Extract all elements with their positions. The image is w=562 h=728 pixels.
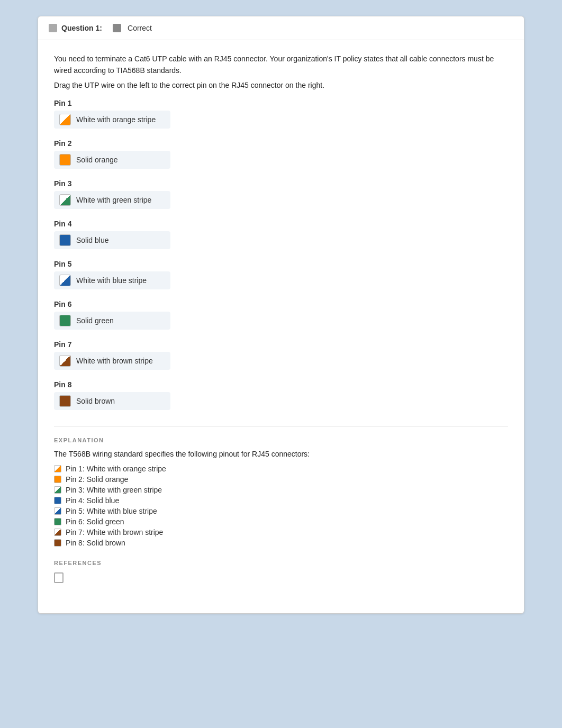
wire-swatch-2 [59, 154, 71, 166]
instruction-text-1: You need to terminate a Cat6 UTP cable w… [54, 53, 508, 77]
references-section: REFERENCES [54, 560, 508, 585]
explanation-item-6: Pin 6: Solid green [54, 517, 508, 526]
wire-swatch-7 [59, 355, 71, 367]
explanation-item-3: Pin 3: White with green stripe [54, 486, 508, 494]
wire-swatch-8 [59, 395, 71, 407]
pin-label-6: Pin 6 [54, 300, 508, 308]
divider [54, 426, 508, 426]
pin-label-8: Pin 8 [54, 380, 508, 389]
pin-section-8: Pin 8Solid brown [54, 380, 508, 410]
mini-swatch-5 [54, 507, 61, 515]
explanation-item-2: Pin 2: Solid orange [54, 475, 508, 484]
pin-wire-5[interactable]: White with blue stripe [54, 271, 170, 289]
pin-section-5: Pin 5White with blue stripe [54, 260, 508, 289]
correct-label: Correct [128, 24, 152, 32]
reference-icon [54, 572, 64, 583]
explanation-item-text-2: Pin 2: Solid orange [66, 475, 128, 484]
pin-wire-7[interactable]: White with brown stripe [54, 352, 170, 370]
question-header: Question 1: Correct [38, 16, 524, 40]
pin-section-1: Pin 1White with orange stripe [54, 99, 508, 129]
mini-swatch-8 [54, 539, 61, 547]
explanation-header: EXPLANATION [54, 437, 508, 443]
mini-swatch-6 [54, 518, 61, 525]
pin-label-1: Pin 1 [54, 99, 508, 107]
wire-label-2: Solid orange [76, 156, 118, 164]
wire-label-8: Solid brown [76, 397, 115, 405]
wire-label-5: White with blue stripe [76, 276, 147, 285]
mini-swatch-1 [54, 465, 61, 472]
pin-section-2: Pin 2Solid orange [54, 139, 508, 169]
references-header: REFERENCES [54, 560, 508, 566]
pin-wire-1[interactable]: White with orange stripe [54, 111, 170, 129]
pin-section-6: Pin 6Solid green [54, 300, 508, 330]
drag-instruction: Drag the UTP wire on the left to the cor… [54, 81, 508, 89]
explanation-item-text-5: Pin 5: White with blue stripe [66, 507, 157, 515]
pin-wire-4[interactable]: Solid blue [54, 231, 170, 249]
correct-icon [113, 24, 121, 32]
pins-container: Pin 1White with orange stripePin 2Solid … [54, 99, 508, 410]
wire-swatch-1 [59, 114, 71, 125]
explanation-item-7: Pin 7: White with brown stripe [54, 528, 508, 536]
pin-section-4: Pin 4Solid blue [54, 220, 508, 249]
explanation-item-8: Pin 8: Solid brown [54, 539, 508, 547]
wire-swatch-4 [59, 234, 71, 246]
question-card: Question 1: Correct You need to terminat… [38, 16, 524, 614]
pin-label-5: Pin 5 [54, 260, 508, 268]
wire-swatch-5 [59, 275, 71, 286]
pin-label-2: Pin 2 [54, 139, 508, 148]
explanation-text: The T568B wiring standard specifies the … [54, 450, 508, 458]
main-content: You need to terminate a Cat6 UTP cable w… [38, 40, 524, 597]
explanation-item-text-6: Pin 6: Solid green [66, 517, 124, 526]
pin-label-4: Pin 4 [54, 220, 508, 228]
wire-swatch-3 [59, 194, 71, 206]
pin-section-3: Pin 3White with green stripe [54, 179, 508, 209]
explanation-item-text-3: Pin 3: White with green stripe [66, 486, 162, 494]
explanation-item-text-4: Pin 4: Solid blue [66, 496, 119, 505]
pin-section-7: Pin 7White with brown stripe [54, 340, 508, 370]
explanation-item-text-8: Pin 8: Solid brown [66, 539, 125, 547]
mini-swatch-2 [54, 476, 61, 483]
pin-label-7: Pin 7 [54, 340, 508, 349]
explanation-item-5: Pin 5: White with blue stripe [54, 507, 508, 515]
pin-wire-2[interactable]: Solid orange [54, 151, 170, 169]
explanation-item-4: Pin 4: Solid blue [54, 496, 508, 505]
wire-label-6: Solid green [76, 316, 114, 325]
pin-wire-6[interactable]: Solid green [54, 312, 170, 330]
mini-swatch-7 [54, 529, 61, 536]
wire-label-4: Solid blue [76, 236, 109, 244]
wire-label-7: White with brown stripe [76, 357, 153, 365]
explanation-item-text-7: Pin 7: White with brown stripe [66, 528, 163, 536]
explanation-section: EXPLANATION The T568B wiring standard sp… [54, 437, 508, 547]
wire-swatch-6 [59, 315, 71, 326]
mini-swatch-4 [54, 497, 61, 504]
mini-swatch-3 [54, 486, 61, 494]
question-icon [49, 24, 57, 32]
explanation-list: Pin 1: White with orange stripePin 2: So… [54, 465, 508, 547]
explanation-item-1: Pin 1: White with orange stripe [54, 465, 508, 473]
explanation-item-text-1: Pin 1: White with orange stripe [66, 465, 166, 473]
wire-label-1: White with orange stripe [76, 115, 156, 124]
wire-label-3: White with green stripe [76, 196, 151, 204]
pin-wire-8[interactable]: Solid brown [54, 392, 170, 410]
question-label: Question 1: [61, 24, 102, 32]
pin-label-3: Pin 3 [54, 179, 508, 188]
pin-wire-3[interactable]: White with green stripe [54, 191, 170, 209]
